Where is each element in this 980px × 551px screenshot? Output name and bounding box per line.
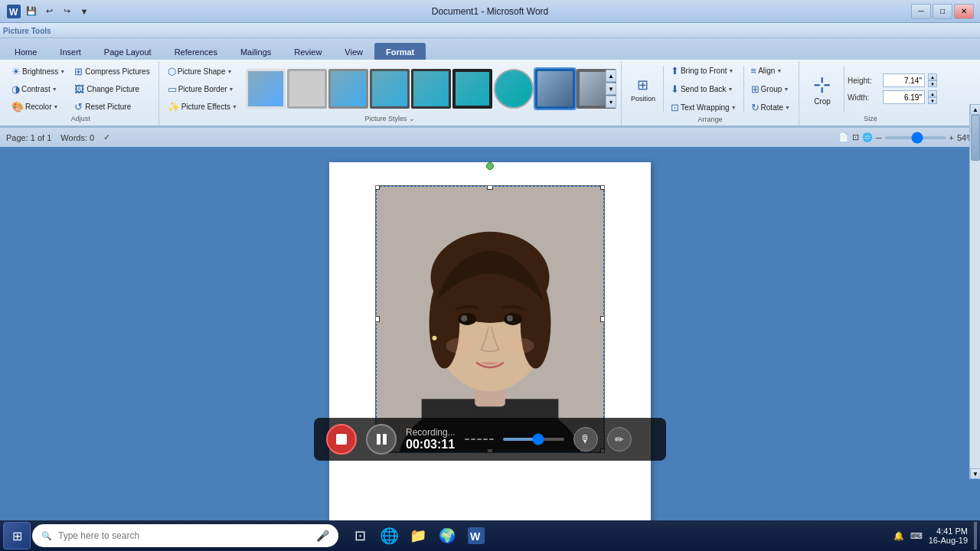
close-button[interactable]: ✕ [954,4,974,19]
arrange-content: ⊞ Position ⬆ Bring to Front ▼ ⬇ Send to … [626,63,794,116]
view-mode-web[interactable]: 🌐 [862,132,873,142]
microphone-search-icon[interactable]: 🎤 [316,530,329,542]
search-bar[interactable]: 🔍 🎤 [32,524,338,547]
document-page [329,162,651,522]
scroll-track[interactable] [970,115,980,468]
edge-icon[interactable]: 🌐 [375,522,403,549]
tab-references[interactable]: References [163,43,229,60]
picture-effects-button[interactable]: ✨ Picture Effects ▼ [164,99,241,115]
save-button[interactable]: 💾 [24,4,39,19]
picture-border-button[interactable]: ▭ Picture Border ▼ [164,81,241,97]
taskbar: ⊞ 🔍 🎤 ⊡ 🌐 📁 🌍 W 🔔 ⌨ 4:41 PM 16-Aug-19 [0,520,980,551]
bring-front-button[interactable]: ⬆ Bring to Front ▼ [667,63,740,79]
browser-icon[interactable]: 🌍 [433,522,461,549]
scroll-thumb[interactable] [971,115,980,161]
gallery-scroll-up[interactable]: ▲ [606,70,616,82]
scroll-down-arrow[interactable]: ▼ [970,468,980,479]
svg-point-10 [458,313,476,325]
tab-pagelayout[interactable]: Page Layout [93,43,163,60]
width-up[interactable]: ▲ [928,90,937,97]
pic-effects-icon: ✨ [168,101,180,112]
zoom-out-btn[interactable]: ─ [876,133,882,142]
stop-recording-button[interactable] [326,424,357,455]
tab-view[interactable]: View [333,43,374,60]
reset-picture-button[interactable]: ↺ Reset Picture [70,99,153,115]
gallery-scroll-down[interactable]: ▼ [606,83,616,95]
file-explorer-icon[interactable]: 📁 [404,522,432,549]
rotate-button[interactable]: ↻ Rotate ▼ [747,99,794,116]
gallery-more[interactable]: ▾ [606,96,616,108]
keyboard-icon[interactable]: ⌨ [910,531,923,541]
ribbon: ☀ Brightness ▼ ◑ Contrast ▼ 🎨 Recolor ▼ … [0,60,980,127]
svg-text:W: W [470,530,481,543]
rotate-handle[interactable] [486,162,494,170]
zoom-slider[interactable] [885,136,946,139]
text-wrapping-button[interactable]: ⊡ Text Wrapping ▼ [667,99,740,116]
word-taskbar-icon[interactable]: W [462,522,490,549]
picture-tools-label: Picture Tools [3,27,51,35]
pic-style-2[interactable] [287,69,327,109]
height-down[interactable]: ▼ [928,80,937,87]
picture-shape-button[interactable]: ⬡ Picture Shape ▼ [164,64,241,80]
scroll-up-arrow[interactable]: ▲ [970,104,980,115]
height-input[interactable] [883,73,925,87]
vertical-scrollbar[interactable]: ▲ ▼ [969,104,980,479]
send-back-icon: ⬇ [671,83,679,95]
send-back-button[interactable]: ⬇ Send to Back ▼ [667,81,740,97]
brightness-dropdown-arrow: ▼ [60,69,65,74]
document-status-bar: Page: 1 of 1 Words: 0 ✓ 📄 ⊡ 🌐 ─ + 54% [0,127,980,147]
maximize-button[interactable]: □ [933,4,952,19]
picstyles-expand[interactable]: ⌄ [409,115,415,122]
show-desktop-btn[interactable] [974,522,977,549]
tab-mailings[interactable]: Mailings [229,43,283,60]
width-label: Width: [848,93,880,102]
pic-style-4[interactable] [370,69,410,109]
recolor-button[interactable]: 🎨 Recolor ▼ [8,99,69,115]
volume-slider[interactable] [503,438,564,441]
search-input[interactable] [58,530,310,541]
view-mode-print[interactable]: 📄 [838,132,849,142]
position-button[interactable]: ⊞ Position [626,74,660,105]
change-picture-button[interactable]: 🖼 Change Picture [70,81,153,97]
notification-icon[interactable]: 🔔 [893,531,904,541]
pause-recording-button[interactable] [366,424,397,455]
tab-review[interactable]: Review [283,43,333,60]
view-mode-full[interactable]: ⊡ [852,132,859,142]
crop-button[interactable]: ⊹ Crop [804,68,841,109]
selected-image[interactable] [375,185,605,453]
pic-style-3[interactable] [328,69,368,109]
qa-dropdown[interactable]: ▼ [77,4,92,19]
size-label: Size [864,115,877,124]
pic-style-1[interactable] [246,69,286,109]
tab-home[interactable]: Home [3,43,48,60]
tab-format[interactable]: Format [374,43,426,60]
height-up[interactable]: ▲ [928,73,937,80]
pic-style-6[interactable] [452,69,492,109]
zoom-in-btn[interactable]: + [949,133,954,142]
width-input[interactable] [883,90,925,104]
redo-button[interactable]: ↪ [59,4,74,19]
brightness-button[interactable]: ☀ Brightness ▼ [8,64,69,80]
microphone-button[interactable]: 🎙 [573,427,598,452]
pic-style-selected[interactable] [535,69,575,109]
compress-pictures-button[interactable]: ⊞ Compress Pictures [70,64,153,80]
pic-style-5[interactable] [411,69,451,109]
office-logo[interactable]: W [6,4,21,19]
group-button[interactable]: ⊞ Group ▼ [747,81,794,97]
quick-access-toolbar: W 💾 ↩ ↪ ▼ [6,4,92,19]
task-view-button[interactable]: ⊡ [346,522,374,549]
align-button[interactable]: ≡ Align ▼ [747,63,794,79]
crop-icon: ⊹ [813,72,831,97]
bring-front-icon: ⬆ [671,65,679,77]
date-display: 16-Aug-19 [929,536,968,545]
pen-button[interactable]: ✏ [607,427,632,452]
position-icon: ⊞ [637,77,648,93]
minimize-button[interactable]: ─ [911,4,931,19]
pic-style-7[interactable] [494,69,534,109]
clock: 4:41 PM 16-Aug-19 [929,527,968,545]
undo-button[interactable]: ↩ [41,4,57,19]
contrast-button[interactable]: ◑ Contrast ▼ [8,81,69,97]
tab-insert[interactable]: Insert [48,43,93,60]
width-down[interactable]: ▼ [928,97,937,104]
start-button[interactable]: ⊞ [3,522,31,549]
